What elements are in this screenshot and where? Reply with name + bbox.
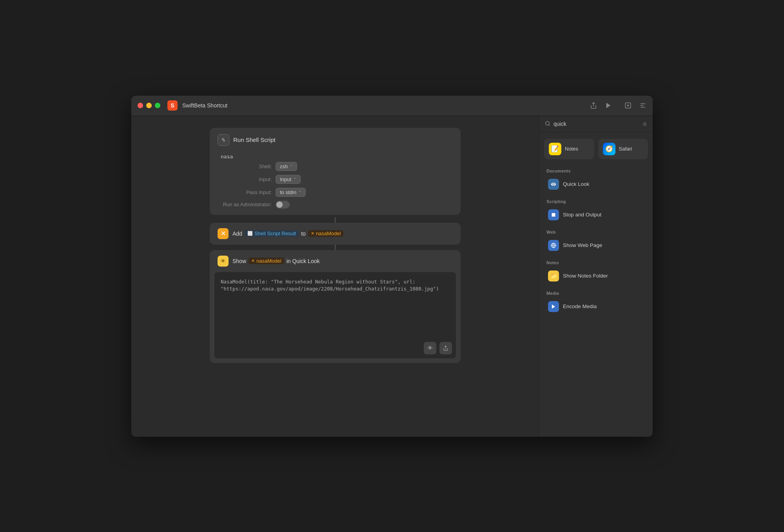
pass-input-picker[interactable]: to stdin ⌃: [276, 188, 306, 197]
svg-marker-14: [552, 304, 555, 309]
settings-button[interactable]: [639, 102, 646, 109]
add-workflow-button[interactable]: [624, 102, 632, 109]
connector-2: [335, 245, 336, 250]
run-as-admin-label: Run as Administrator:: [221, 202, 272, 207]
sidebar-item-show-notes-folder[interactable]: 📁 Show Notes Folder: [544, 267, 648, 285]
documents-section-header: Documents: [544, 167, 648, 176]
sidebar: ⊗ 📝 Notes 🧭 Safari Documents: [539, 116, 653, 437]
quick-apps-grid: 📝 Notes 🧭 Safari: [544, 139, 648, 159]
sidebar-item-quick-look[interactable]: Quick Look: [544, 176, 648, 193]
web-section-header: Web: [544, 228, 648, 237]
notes-app-label: Notes: [565, 146, 578, 152]
output-text: NasaModel(title: "The Horsehead Nebula R…: [221, 278, 450, 293]
input-field-row: Input: Input ⌃: [221, 175, 453, 184]
run-as-admin-field-row: Run as Administrator:: [221, 201, 453, 209]
svg-marker-1: [606, 103, 611, 108]
titlebar: S SwiftBeta Shortcut: [131, 96, 653, 116]
run-shell-script-fields: Shell: zsh ⌃ Input: Input ⌃: [218, 162, 453, 209]
encode-media-label: Encode Media: [563, 303, 597, 309]
scripting-section-header: Scripting: [544, 198, 648, 206]
share-output-button[interactable]: [439, 342, 452, 354]
stop-and-output-icon: [548, 209, 559, 220]
run-as-admin-toggle[interactable]: [276, 201, 290, 209]
search-input[interactable]: [554, 121, 639, 127]
notes-app-icon: 📝: [549, 143, 561, 155]
connector-1: [335, 217, 336, 223]
shell-picker[interactable]: zsh ⌃: [276, 162, 297, 171]
close-button[interactable]: [138, 103, 143, 108]
show-web-page-label: Show Web Page: [563, 242, 602, 248]
search-icon: [545, 121, 550, 127]
search-bar: ⊗: [539, 116, 653, 133]
svg-point-9: [546, 121, 549, 125]
show-action-label: Show: [232, 258, 246, 264]
sidebar-item-safari-app[interactable]: 🧭 Safari: [598, 139, 648, 159]
media-section-header: Media: [544, 289, 648, 298]
terminal-icon: %: [218, 134, 229, 146]
shell-script-result-token[interactable]: ⬜ Shell Script Result: [245, 230, 299, 237]
titlebar-right-actions: [624, 102, 646, 109]
maximize-button[interactable]: [155, 103, 160, 108]
safari-app-icon: 🧭: [603, 143, 615, 155]
quick-look-icon: [548, 179, 559, 190]
encode-media-icon: [548, 301, 559, 312]
sidebar-item-encode-media[interactable]: Encode Media: [544, 298, 648, 315]
shell-label: Shell:: [221, 163, 272, 169]
share-button[interactable]: [590, 102, 597, 109]
svg-rect-11: [552, 213, 555, 216]
traffic-lights: [138, 103, 160, 108]
show-web-page-icon: [548, 240, 559, 251]
show-step-header: 👁 Show ✕ nasaModel in Quick Look: [210, 250, 461, 272]
main-content: % Run Shell Script nasa Shell: zsh ⌃ Inp…: [131, 116, 653, 437]
add-step-text: Add ⬜ Shell Script Result to ✕ nasaModel: [232, 230, 343, 237]
run-shell-script-card: % Run Shell Script nasa Shell: zsh ⌃ Inp…: [210, 128, 461, 215]
sidebar-scroll: 📝 Notes 🧭 Safari Documents Quick Look: [539, 133, 653, 437]
search-clear-button[interactable]: ⊗: [642, 121, 647, 127]
sidebar-item-stop-and-output[interactable]: Stop and Output: [544, 206, 648, 223]
quick-look-label: Quick Look: [563, 181, 590, 187]
add-action-label: Add: [232, 231, 242, 237]
preview-button[interactable]: 👁: [424, 342, 436, 354]
show-step-icon: 👁: [218, 256, 229, 267]
pass-input-field-row: Pass Input: to stdin ⌃: [221, 188, 453, 197]
show-step-card: 👁 Show ✕ nasaModel in Quick Look NasaMod…: [210, 250, 461, 363]
titlebar-actions: [590, 102, 612, 109]
main-window: S SwiftBeta Shortcut: [131, 96, 653, 437]
safari-app-label: Safari: [619, 146, 632, 152]
shell-field-row: Shell: zsh ⌃: [221, 162, 453, 171]
play-button[interactable]: [605, 102, 612, 109]
script-content[interactable]: nasa: [218, 151, 453, 162]
output-actions: 👁: [424, 342, 452, 354]
output-area: NasaModel(title: "The Horsehead Nebula R…: [214, 272, 456, 358]
input-picker[interactable]: Input ⌃: [276, 175, 301, 184]
nasa-model-token-show[interactable]: ✕ nasaModel: [249, 258, 284, 264]
minimize-button[interactable]: [146, 103, 152, 108]
show-connector-label: in Quick Look: [287, 258, 320, 264]
add-connector-label: to: [301, 231, 306, 237]
input-label: Input:: [221, 176, 272, 182]
run-shell-script-header: % Run Shell Script: [218, 134, 453, 146]
notes-section-header: Notes: [544, 259, 648, 267]
run-shell-script-title: Run Shell Script: [233, 136, 276, 143]
show-notes-folder-icon: 📁: [548, 271, 559, 281]
window-title: SwiftBeta Shortcut: [182, 102, 585, 109]
nasa-model-token-add[interactable]: ✕ nasaModel: [308, 230, 344, 237]
add-step-card: ✕ Add ⬜ Shell Script Result to ✕ nasaMod…: [210, 223, 461, 245]
pass-input-label: Pass Input:: [221, 189, 272, 195]
stop-and-output-label: Stop and Output: [563, 212, 601, 218]
add-step-icon: ✕: [218, 228, 229, 239]
sidebar-item-notes-app[interactable]: 📝 Notes: [544, 139, 594, 159]
app-icon: S: [167, 100, 178, 111]
show-notes-folder-label: Show Notes Folder: [563, 273, 608, 279]
editor-area: % Run Shell Script nasa Shell: zsh ⌃ Inp…: [131, 116, 539, 437]
svg-line-10: [549, 124, 550, 125]
show-step-text: Show ✕ nasaModel in Quick Look: [232, 258, 319, 264]
sidebar-item-show-web-page[interactable]: Show Web Page: [544, 237, 648, 254]
